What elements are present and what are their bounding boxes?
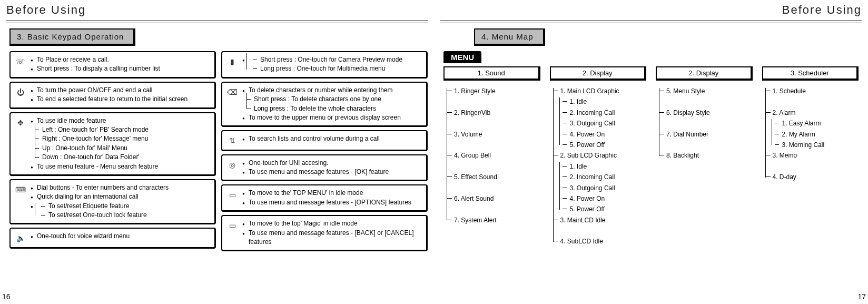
text: To move to the' TOP MENU' in idle mode <box>242 189 423 198</box>
text: To turn the power ON/OFF and end a call <box>31 86 211 95</box>
menu-badge: MENU <box>443 51 481 63</box>
tree-item: 8. Backlight <box>663 150 753 161</box>
text: To delete characters or number while ent… <box>242 86 423 95</box>
tree-item: 3. MainLCD Idle <box>557 215 647 225</box>
tree-subitem: 3. Outgoing Call <box>567 118 647 129</box>
menu-columns: 1. Sound 1. Ringer Style 2. Ringer/Vib 3… <box>440 63 862 247</box>
kp-box-power: ⏻ To turn the power ON/OFF and end a cal… <box>9 82 216 109</box>
kp-box-clear: ⌫ To delete characters or number while e… <box>221 82 428 128</box>
menu-col-title: 3. Scheduler <box>762 66 859 81</box>
left-page: Before Using 3. Basic Keypad Operation ☏… <box>0 0 434 304</box>
text: Right : One-touch for' Message' menu <box>31 134 211 143</box>
tree-item: 3. Volume <box>451 129 540 140</box>
tree-sublist: 1. Easy Alarm 2. My Alarm 3. Morning Cal… <box>770 118 859 150</box>
keypad-col-left: ☏ To Place or receive a call. Short pres… <box>9 51 216 251</box>
page-header-right: Before Using <box>440 2 862 20</box>
menu-col-title: 1. Sound <box>443 66 540 81</box>
tree-subitem: 5. Power Off <box>567 140 647 150</box>
text: Quick dialing for an international call <box>31 192 211 201</box>
right-page: Before Using 4. Menu Map MENU 1. Sound 1… <box>434 0 868 304</box>
kp-box-magic: ▭ To move to the top' Magic' in idle mod… <box>221 215 428 251</box>
tree-subitem: 3. Morning Call <box>779 140 859 150</box>
text: Long press : To delete the whole charact… <box>242 104 423 113</box>
text: Dial buttons - To enter numbers and char… <box>31 183 211 192</box>
text: To move to the top' Magic' in idle mode <box>242 219 423 228</box>
text: One-touch for UNI accesing. <box>242 159 423 168</box>
tree-item: 2. Ringer/Vib <box>451 107 540 118</box>
text: Short press : To delete characters one b… <box>242 95 423 104</box>
text: To Place or receive a call. <box>31 55 211 64</box>
text: To set/reset One-touch lock feature <box>37 211 211 220</box>
section-title-menumap: 4. Menu Map <box>474 28 545 46</box>
tree-subitem: 4. Power On <box>567 193 647 204</box>
page-number-right: 17 <box>857 292 866 301</box>
voice-key-icon: 🔈 <box>14 232 27 243</box>
tree: 1. Ringer Style 2. Ringer/Vib 3. Volume … <box>443 86 540 225</box>
text: To use menu and message features - [OK] … <box>242 168 423 176</box>
menu-col-title: 2. Display <box>656 66 753 81</box>
section-title-wrap: 3. Basic Keypad Operation <box>9 28 428 46</box>
tree-item: 3. Memo <box>770 150 859 161</box>
tree: 1. Main LCD Graphic 1. Idle 2. Incoming … <box>550 86 647 247</box>
softkey-right-icon: ▭ <box>225 219 239 231</box>
tree-sublist: 1. Idle 2. Incoming Call 3. Outgoing Cal… <box>557 96 647 150</box>
tree-item: 2. Sub LCD Graphic <box>557 150 647 161</box>
menu-col-title: 2. Display <box>550 66 647 81</box>
header-rule <box>6 20 428 23</box>
clear-key-icon: ⌫ <box>225 86 239 97</box>
tree-item: 1. Schedule <box>770 86 859 96</box>
tree-item: 1. Ringer Style <box>451 86 540 96</box>
tree: 5. Menu Style 6. Display Style 7. Dial N… <box>656 86 753 161</box>
page-number-left: 16 <box>2 292 11 301</box>
section-title-wrap: 4. Menu Map <box>474 28 862 46</box>
text: To end a selected feature to return to t… <box>31 95 211 104</box>
tree-subitem: 2. Incoming Call <box>567 107 647 118</box>
text: Left : One-touch for' PB' Search mode <box>31 125 211 134</box>
kp-box-dial: ⌨ Dial buttons - To enter numbers and ch… <box>9 179 216 225</box>
tree-item: 2. Alarm <box>770 107 859 118</box>
tree-item: 5. Menu Style <box>663 86 753 96</box>
menu-col-scheduler: 3. Scheduler 1. Schedule 2. Alarm 1. Eas… <box>762 66 859 247</box>
text: To use menu and message features - [OPTI… <box>242 198 423 207</box>
page-header-left: Before Using <box>6 2 428 20</box>
section-title-keypad: 3. Basic Keypad Operation <box>9 28 135 46</box>
tree-item: 7. System Alert <box>451 215 540 225</box>
kp-box-volume: ⇅ To search lists and control volume dur… <box>221 130 428 151</box>
send-key-icon: ☏ <box>14 55 27 67</box>
tree-subitem: 2. My Alarm <box>779 129 859 140</box>
menu-col-display-b: 2. Display 5. Menu Style 6. Display Styl… <box>656 66 753 247</box>
text: Down : One-touch for' Data Folder' <box>31 153 211 162</box>
text: Short press : To dispaly a calling numbe… <box>31 64 211 73</box>
tree-subitem: 4. Power On <box>567 129 647 140</box>
text: One-touch for voice wizard menu <box>31 232 211 241</box>
text: To use menu feature - Menu search featur… <box>31 162 211 171</box>
keypad-col-right: ▮ Short press : One-touch for Camera Pre… <box>221 51 428 251</box>
tree-subitem: 2. Incoming Call <box>567 172 647 182</box>
camera-key-icon: ▮ <box>225 55 239 67</box>
tree-item: 4. SubLCD Idle <box>557 236 647 247</box>
tree-item: 1. Main LCD Graphic <box>557 86 647 96</box>
text: To search lists and control volume durin… <box>242 134 423 143</box>
text: Short press : One-touch for Camera Previ… <box>249 55 423 64</box>
header-rule <box>440 20 862 23</box>
text: To use idle mode feature <box>31 116 211 125</box>
kp-box-voice: 🔈 One-touch for voice wizard menu <box>9 228 216 248</box>
text: To use menu and message features - [BACK… <box>242 229 423 247</box>
softkey-left-icon: ▭ <box>225 189 239 200</box>
keypad-columns: ☏ To Place or receive a call. Short pres… <box>6 51 428 251</box>
tree-item: 4. D-day <box>770 172 859 182</box>
tree-item: 6. Display Style <box>663 107 753 118</box>
text: To move to the upper menu or previous di… <box>242 113 423 122</box>
volume-key-icon: ⇅ <box>225 134 239 146</box>
navpad-icon: ✥ <box>14 116 27 128</box>
tree-item: 4. Group Bell <box>451 150 540 161</box>
tree-subitem: 5. Power Off <box>567 204 647 214</box>
tree-subitem: 1. Easy Alarm <box>779 118 859 129</box>
tree-subitem: 1. Idle <box>567 161 647 172</box>
tree-item: 6. Alert Sound <box>451 193 540 204</box>
kp-box-topmenu: ▭ To move to the' TOP MENU' in idle mode… <box>221 184 428 212</box>
tree-subitem: 1. Idle <box>567 96 647 107</box>
page-spread: Before Using 3. Basic Keypad Operation ☏… <box>0 0 868 304</box>
text: To set/reset Etiquette feature <box>37 202 211 211</box>
ok-key-icon: ◎ <box>225 159 239 170</box>
